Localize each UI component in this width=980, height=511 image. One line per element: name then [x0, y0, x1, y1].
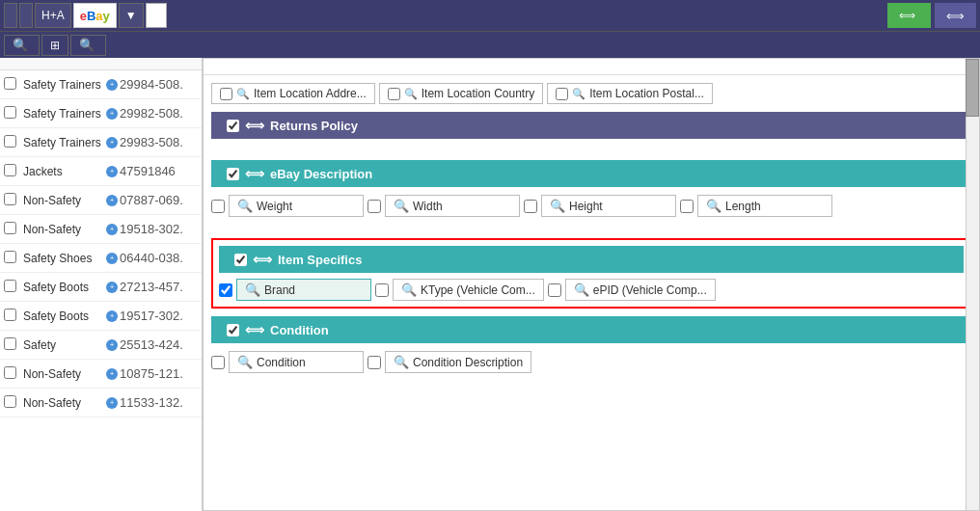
row-checkbox[interactable] [0, 164, 19, 179]
field-checkbox[interactable] [211, 356, 225, 369]
row-checkbox[interactable] [0, 366, 19, 382]
blue-dot-icon: + [106, 195, 118, 206]
row-checkbox[interactable] [0, 106, 19, 121]
group-checkbox[interactable] [227, 324, 239, 336]
field-box: 🔍 KType (Vehicle Com... [393, 279, 544, 301]
scrollbar-thumb[interactable] [966, 59, 979, 117]
field-cb-item: 🔍 Condition Description [368, 351, 531, 373]
table-row[interactable]: Safety Trainers + 29983-508. [0, 128, 202, 157]
table-row[interactable]: Non-Safety + 11533-132. [0, 389, 202, 417]
blue-dot-icon: + [106, 310, 118, 322]
h-plus-button[interactable]: H+A [35, 3, 71, 28]
extra-fields-button[interactable] [146, 3, 167, 28]
field-checkbox[interactable] [211, 200, 225, 213]
group-button-item-specifics[interactable]: ⟺ Item Specifics [219, 246, 964, 273]
extra-right-button[interactable]: ⟺ [935, 3, 976, 28]
table-row[interactable]: Safety Trainers + 29984-508. [0, 70, 202, 99]
section-spacer [211, 147, 971, 152]
row-checkbox[interactable] [0, 77, 19, 93]
table-row[interactable]: Jackets + 47591846 [0, 157, 202, 186]
field-checkbox[interactable] [368, 356, 381, 369]
search-icon: 🔍 [404, 88, 418, 100]
ebay-logo: eBay [73, 3, 117, 28]
field-cb-item: 🔍 Brand [219, 279, 371, 301]
field-label: Weight [257, 200, 292, 213]
field-label: Item Location Postal... [589, 87, 704, 100]
toolbar-right: ⟺ ⟺ [887, 3, 976, 28]
field-label: Length [725, 200, 761, 213]
row-checkbox[interactable] [0, 395, 19, 411]
row-name: Safety [19, 338, 106, 352]
logo-dropdown[interactable]: ▼ [119, 3, 144, 28]
field-cb-item: 🔍 ePID (Vehicle Comp... [548, 279, 716, 301]
undo-button[interactable] [4, 3, 17, 28]
field-box: 🔍 Length [697, 195, 832, 217]
blue-dot-icon: + [106, 224, 118, 235]
field-label: Brand [264, 283, 295, 297]
group-checkbox[interactable] [234, 254, 247, 266]
group-checkbox[interactable] [227, 120, 239, 132]
field-cb-item: 🔍 Length [680, 195, 832, 217]
table-row[interactable]: Safety Boots + 19517-302. [0, 302, 202, 331]
row-checkbox[interactable] [0, 251, 19, 266]
scrollbar-track[interactable] [966, 59, 979, 510]
row-checkbox[interactable] [0, 309, 19, 324]
field-checkbox[interactable] [556, 88, 568, 100]
table-row[interactable]: Non-Safety + 10875-121. [0, 360, 202, 389]
table-row[interactable]: Safety + 25513-424. [0, 331, 202, 360]
group-button-ebay-description[interactable]: ⟺ eBay Description [211, 160, 971, 187]
group-checkbox[interactable] [227, 168, 239, 180]
row-checkbox[interactable] [0, 193, 19, 208]
table-row[interactable]: Safety Shoes + 06440-038. [0, 244, 202, 273]
field-label: Item Location Country [422, 87, 534, 100]
row-checkbox[interactable] [0, 222, 19, 237]
group-label: Returns Policy [270, 119, 358, 133]
blue-dot-icon: + [106, 253, 118, 264]
search-icon: 🔍 [572, 88, 585, 100]
row-id: + 19518-302. [106, 222, 202, 236]
row-checkbox[interactable] [0, 135, 19, 150]
table-row[interactable]: Non-Safety + 07887-069. [0, 186, 202, 215]
table-row[interactable]: Safety Trainers + 29982-508. [0, 99, 202, 128]
search-icon: 🔍 [401, 282, 417, 297]
field-cb-item: 🔍 Condition [211, 351, 364, 373]
row-id: + 29983-508. [106, 135, 202, 149]
field-checkbox[interactable] [524, 200, 537, 213]
field-checkbox-item: 🔍 Item Location Postal... [547, 83, 713, 104]
arrows-icon: ⟺ [245, 322, 264, 337]
right-panel: 🔍 Item Location Addre... 🔍 Item Location… [203, 58, 980, 511]
field-checkbox[interactable] [680, 200, 694, 213]
field-checkbox[interactable] [388, 88, 400, 100]
section-spacer [211, 225, 971, 230]
field-checkbox[interactable] [368, 200, 381, 213]
table-row[interactable]: Safety Boots + 27213-457. [0, 273, 202, 302]
collections-button[interactable]: 🔍 [4, 35, 40, 56]
field-checkbox[interactable] [548, 283, 561, 297]
field-box: 🔍 ePID (Vehicle Comp... [565, 279, 716, 301]
field-label: KType (Vehicle Com... [421, 283, 535, 297]
code-button[interactable]: 🔍 [70, 35, 106, 56]
group-fields-row: 🔍 Weight 🔍 Width 🔍 Height [211, 195, 971, 217]
row-checkbox[interactable] [0, 280, 19, 295]
field-box: 🔍 Condition Description [385, 351, 531, 373]
filter-button[interactable]: ⊞ [41, 35, 68, 56]
group-fields-row: 🔍 Brand 🔍 KType (Vehicle Com... 🔍 ePID (… [219, 279, 964, 301]
row-checkbox[interactable] [0, 337, 19, 353]
row-name: Non-Safety [19, 194, 106, 207]
redo-button[interactable] [19, 3, 33, 28]
group-button-returns-policy[interactable]: ⟺ Returns Policy [211, 112, 971, 139]
row-name: Safety Trainers [19, 136, 106, 149]
field-label: Item Location Addre... [254, 87, 367, 100]
field-checkbox[interactable] [220, 88, 232, 100]
field-label: ePID (Vehicle Comp... [593, 283, 707, 297]
expand-button[interactable]: ⟺ [887, 3, 931, 28]
row-id: + 19517-302. [106, 309, 202, 323]
table-row[interactable]: Non-Safety + 19518-302. [0, 215, 202, 244]
group-label: Item Specifics [278, 253, 362, 267]
field-checkbox[interactable] [219, 283, 232, 297]
field-box: 🔍 Weight [229, 195, 364, 217]
search-icon-code: 🔍 [79, 38, 95, 52]
field-checkbox[interactable] [375, 283, 389, 297]
group-button-condition[interactable]: ⟺ Condition [211, 316, 971, 343]
field-label: Width [413, 200, 443, 213]
